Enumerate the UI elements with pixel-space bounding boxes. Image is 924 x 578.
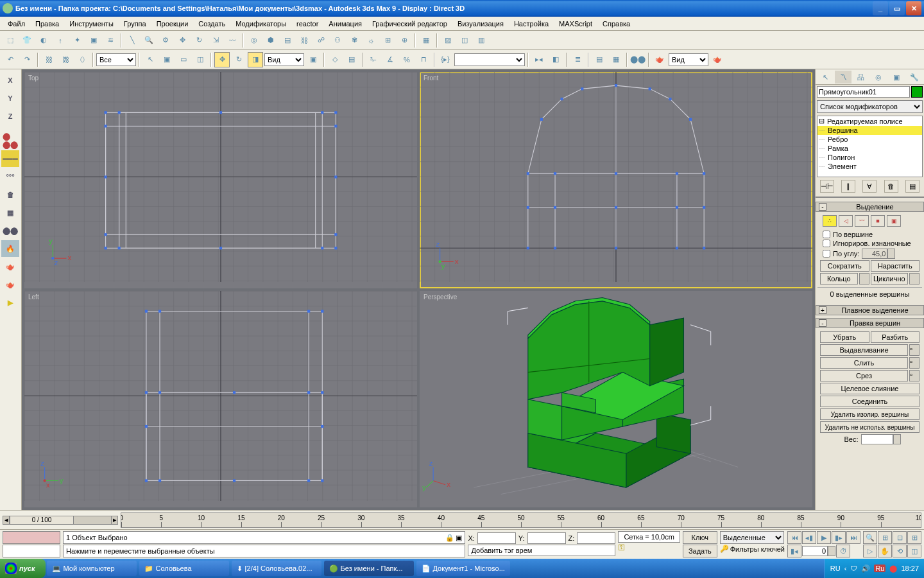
time-scrollbar[interactable]: ◂ 0 / 100 ▸	[3, 516, 118, 525]
angle-input[interactable]	[862, 249, 887, 259]
by-angle-checkbox[interactable]	[823, 250, 830, 258]
frame-input[interactable]	[802, 546, 828, 556]
key-icon[interactable]: ⚿	[618, 543, 625, 551]
align-icon[interactable]: ◧	[548, 52, 563, 67]
material-icon[interactable]: ▨	[440, 33, 456, 48]
unique-icon[interactable]: ∀	[862, 180, 877, 193]
ring-icon[interactable]: ◎	[246, 33, 262, 48]
weight-spinner[interactable]	[893, 434, 901, 444]
extrude-settings-icon[interactable]: ▫	[909, 344, 920, 356]
sphere-icon[interactable]: ◐	[36, 33, 51, 48]
viewport-top[interactable]: Top xyz	[24, 72, 417, 288]
menu-help[interactable]: Справка	[597, 19, 635, 29]
tray-clock[interactable]: 18:27	[901, 565, 919, 572]
weight-input[interactable]	[861, 434, 893, 444]
viewport-left[interactable]: Left yzx	[24, 291, 417, 507]
material-editor-icon[interactable]: ⬤⬤	[630, 52, 646, 67]
key-filter-select[interactable]: Выделенные	[720, 531, 784, 544]
object-name-input[interactable]	[817, 86, 910, 98]
reactor-play-icon[interactable]: ▶	[1, 294, 19, 311]
rollout-editverts-header[interactable]: -Правка вершин	[816, 318, 924, 328]
setkey-button[interactable]: Задать	[683, 545, 717, 557]
arrow-up-icon[interactable]: ↑	[53, 33, 68, 48]
bone-icon[interactable]: ☍	[313, 33, 329, 48]
task-word[interactable]: 📄Документ1 - Microso...	[416, 561, 510, 576]
human-icon[interactable]: ⚇	[330, 33, 345, 48]
menu-create[interactable]: Создать	[193, 19, 230, 29]
menu-edit[interactable]: Правка	[30, 19, 64, 29]
schematic-icon[interactable]: ▦	[418, 33, 434, 48]
task-folder[interactable]: 📁Соловьева	[139, 561, 229, 576]
star-icon[interactable]: ✦	[69, 33, 85, 48]
keymode-icon[interactable]: ▤	[344, 52, 359, 67]
loop-button[interactable]: Циклично	[871, 273, 909, 285]
y-input[interactable]	[527, 532, 566, 544]
reactor-tex-icon[interactable]: ▦	[1, 204, 19, 221]
stack-vertex[interactable]: ┈┈Вершина	[817, 126, 922, 135]
by-vertex-checkbox[interactable]	[823, 231, 830, 238]
tab-motion-icon[interactable]: ◎	[870, 71, 887, 83]
filter-select[interactable]: Все	[96, 53, 136, 66]
stack-root[interactable]: ⊟Редактируемая полисе	[817, 116, 922, 126]
reactor-teapot2-icon[interactable]: 🫖	[1, 276, 19, 293]
subobj-element-icon[interactable]: ▣	[887, 215, 901, 227]
axis-z-button[interactable]: Z	[1, 108, 19, 125]
ring-button[interactable]: Кольцо	[820, 273, 858, 285]
weld-settings-icon[interactable]: ▫	[909, 357, 920, 369]
wave-icon[interactable]: 〰	[225, 33, 240, 48]
tab-display-icon[interactable]: ▣	[888, 71, 905, 83]
time-ruler[interactable]: 0510152025303540455055606570758085909510…	[121, 512, 921, 528]
menu-render[interactable]: Визуализация	[452, 19, 509, 29]
tab-utilities-icon[interactable]: 🔧	[905, 71, 923, 83]
redo-icon[interactable]: ↷	[19, 52, 35, 67]
rotate-tool-icon[interactable]: ↻	[231, 52, 246, 67]
stack-edge[interactable]: ┈┈Ребро	[817, 135, 922, 144]
menu-file[interactable]: Файл	[3, 19, 30, 29]
configure-icon[interactable]: ▤	[905, 180, 920, 193]
remove-button[interactable]: Убрать	[820, 331, 869, 343]
weld-button[interactable]: Слить	[820, 357, 908, 369]
start-button[interactable]: пуск	[0, 559, 46, 578]
time-config-icon[interactable]: ⏱	[836, 545, 850, 557]
center-icon[interactable]: ▣	[305, 52, 321, 67]
mirror-icon[interactable]: ▸◂	[531, 52, 547, 67]
remove-unused-button[interactable]: Удалить не использ. вершины	[820, 421, 920, 433]
add-time-tag[interactable]: Добавить тэг врем	[468, 545, 615, 556]
stack-border[interactable]: ┈┈Рамка	[817, 144, 922, 153]
frame-spinner[interactable]	[828, 546, 835, 556]
hierarchy-icon[interactable]: ⊞	[380, 33, 395, 48]
close-button[interactable]: ✕	[906, 1, 921, 15]
motion-icon[interactable]: ✾	[346, 33, 362, 48]
stack-polygon[interactable]: ┈┈Полигон	[817, 153, 922, 162]
zoom-icon[interactable]: 🔍	[863, 531, 877, 544]
select-name-icon[interactable]: ▣	[159, 52, 175, 67]
menu-customize[interactable]: Настройка	[509, 19, 554, 29]
maximize-button[interactable]: ▭	[889, 1, 905, 15]
time-thumb[interactable]: 0 / 100	[10, 516, 74, 525]
axis-x-button[interactable]: X	[1, 72, 19, 89]
fov-icon[interactable]: ▷	[863, 545, 877, 557]
film-icon[interactable]: ▥	[474, 33, 489, 48]
next-frame-icon[interactable]: ▮▸	[832, 531, 846, 544]
shirt-icon[interactable]: 👕	[19, 33, 35, 48]
chamfer-settings-icon[interactable]: ▫	[909, 370, 920, 381]
maximize-viewport-icon[interactable]: ◫	[907, 545, 921, 557]
reactor-trash-icon[interactable]: 🗑	[1, 186, 19, 203]
database-icon[interactable]: ≋	[103, 33, 118, 48]
menu-maxscript[interactable]: MAXScript	[554, 19, 597, 29]
subobj-edge-icon[interactable]: ◁	[839, 215, 853, 227]
pan-icon[interactable]: ✋	[878, 545, 892, 557]
task-3dsmax[interactable]: 🟢Без имени - Папк...	[324, 561, 414, 576]
viewport-perspective[interactable]: Perspective	[420, 291, 812, 507]
tray-av-icon[interactable]: 🛡	[850, 565, 857, 572]
snap-toggle-icon[interactable]: ³⌐	[366, 52, 381, 67]
grow-button[interactable]: Нарастить	[871, 260, 920, 272]
select-manip-icon[interactable]: ◇	[327, 52, 343, 67]
show-end-icon[interactable]: ∥	[841, 180, 855, 193]
named-sets-icon[interactable]: {▸}	[438, 52, 453, 67]
tube-icon[interactable]: ⬢	[263, 33, 278, 48]
z-input[interactable]	[577, 532, 615, 544]
reactor-spheres-icon[interactable]: ⬤⬤⬤	[1, 132, 19, 149]
layer-icon[interactable]: ▤	[280, 33, 295, 48]
x-input[interactable]	[477, 532, 516, 544]
